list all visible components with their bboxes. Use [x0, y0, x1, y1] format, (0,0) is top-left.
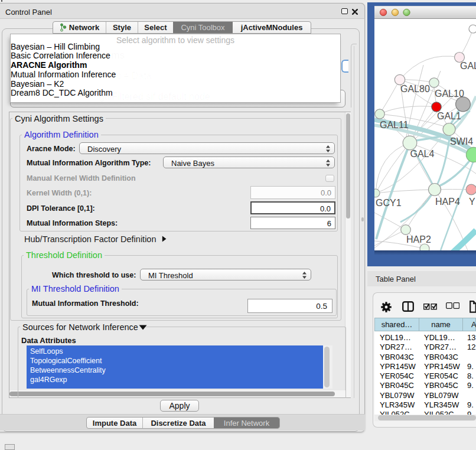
svg-text:Y: Y: [469, 197, 475, 207]
svg-text:HAP4: HAP4: [435, 197, 460, 207]
svg-text:GAL11: GAL11: [380, 120, 409, 130]
svg-text:GAL4: GAL4: [410, 149, 435, 159]
svg-text:GAL80: GAL80: [400, 84, 430, 94]
svg-text:GCY1: GCY1: [376, 198, 402, 208]
svg-text:GAL10: GAL10: [435, 89, 464, 99]
svg-text:GAL1: GAL1: [437, 111, 461, 121]
svg-text:GAL: GAL: [460, 61, 476, 71]
svg-text:HAP2: HAP2: [406, 234, 431, 244]
svg-text:SWI4: SWI4: [450, 136, 473, 146]
